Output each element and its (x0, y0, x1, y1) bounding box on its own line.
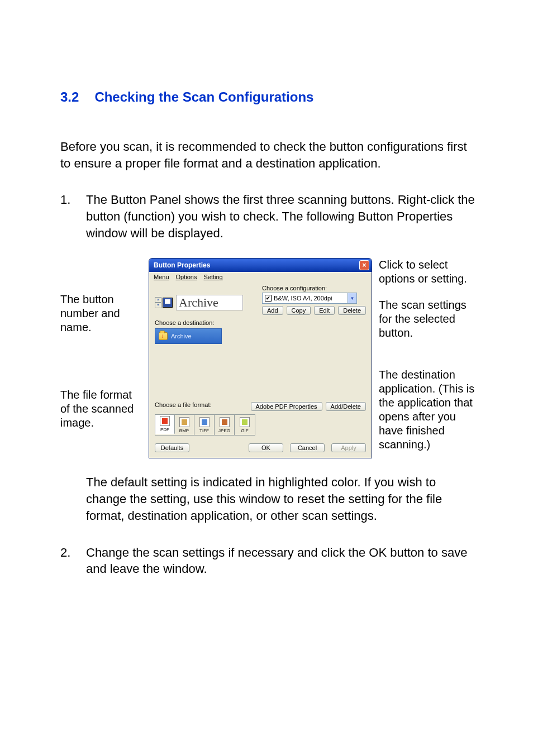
file-format-label: Choose a file format: (155, 401, 251, 408)
ok-button[interactable]: OK (249, 443, 283, 452)
callout-destination-app: The destination application. (This is th… (379, 368, 477, 452)
destination-label: Choose a destination: (155, 319, 366, 326)
copy-button[interactable]: Copy (287, 306, 311, 315)
step-1: 1. The Button Panel shows the first thre… (60, 192, 477, 241)
intro-paragraph: Before you scan, it is recommended to ch… (60, 138, 477, 171)
gif-icon (240, 417, 250, 427)
config-label: Choose a configuration: (262, 285, 366, 291)
apply-button[interactable]: Apply (331, 443, 366, 452)
chevron-down-icon[interactable]: ▼ (348, 293, 356, 303)
section-number: 3.2 (60, 89, 79, 105)
format-pdf[interactable]: PDF (155, 414, 175, 434)
folder-icon: ↓ (159, 332, 168, 340)
tiff-icon (199, 417, 210, 427)
dialog-titlebar[interactable]: Button Properties × (149, 259, 372, 272)
checkbox-icon (265, 295, 272, 302)
disk-icon (163, 298, 173, 308)
step-2-number: 2. (60, 544, 86, 577)
step-1-text: The Button Panel shows the first three s… (86, 192, 477, 241)
button-properties-dialog: Button Properties × Menu Options Setting… (149, 258, 372, 458)
format-gif[interactable]: GIF (235, 415, 255, 435)
step-1-number: 1. (60, 192, 86, 241)
pdf-icon (160, 416, 170, 426)
destination-name: Archive (171, 333, 192, 339)
bmp-icon (179, 417, 189, 427)
after-figure-paragraph: The default setting is indicated in high… (60, 474, 477, 524)
format-bmp[interactable]: BMP (174, 415, 194, 435)
figure: The button number and name. The file for… (60, 258, 477, 458)
section-heading: 3.2Checking the Scan Configurations (60, 89, 477, 105)
callout-file-format: The file format of the scanned image. (60, 388, 144, 430)
spin-up-icon[interactable]: ▲ (155, 297, 161, 303)
section-title-text: Checking the Scan Configurations (94, 89, 313, 104)
delete-button[interactable]: Delete (338, 306, 366, 315)
spin-down-icon[interactable]: ▼ (155, 303, 161, 308)
menu-options[interactable]: Options (175, 274, 198, 280)
callout-options-setting: Click to select options or setting. (379, 258, 477, 286)
button-name-field[interactable]: Archive (176, 295, 243, 310)
dialog-title: Button Properties (154, 261, 359, 269)
format-jpeg[interactable]: JPEG (215, 415, 235, 435)
pdf-properties-button[interactable]: Adobe PDF Properties (251, 402, 322, 411)
callout-scan-settings: The scan settings for the selected butto… (379, 298, 477, 340)
add-delete-button[interactable]: Add/Delete (326, 402, 366, 411)
destination-archive[interactable]: ↓ Archive (155, 328, 222, 344)
edit-button[interactable]: Edit (314, 306, 335, 315)
configuration-dropdown[interactable]: B&W, ISO A4, 200dpi ▼ (262, 293, 357, 304)
dialog-menubar: Menu Options Setting (149, 272, 372, 281)
add-button[interactable]: Add (262, 306, 283, 315)
close-icon[interactable]: × (359, 260, 369, 270)
format-tabs: PDF BMP TIFF JPEG GIF (155, 414, 255, 436)
format-tiff[interactable]: TIFF (194, 415, 215, 435)
configuration-value: B&W, ISO A4, 200dpi (274, 295, 332, 302)
step-2-text: Change the scan settings if necessary an… (86, 544, 477, 577)
callout-button-number-name: The button number and name. (60, 293, 144, 334)
defaults-button[interactable]: Defaults (155, 443, 189, 452)
button-selector: ▲ ▼ Archive (155, 295, 243, 310)
step-2: 2. Change the scan settings if necessary… (60, 544, 477, 577)
cancel-button[interactable]: Cancel (290, 443, 325, 452)
menu-menu[interactable]: Menu (153, 274, 170, 280)
jpeg-icon (220, 417, 230, 427)
menu-setting[interactable]: Setting (202, 274, 223, 280)
